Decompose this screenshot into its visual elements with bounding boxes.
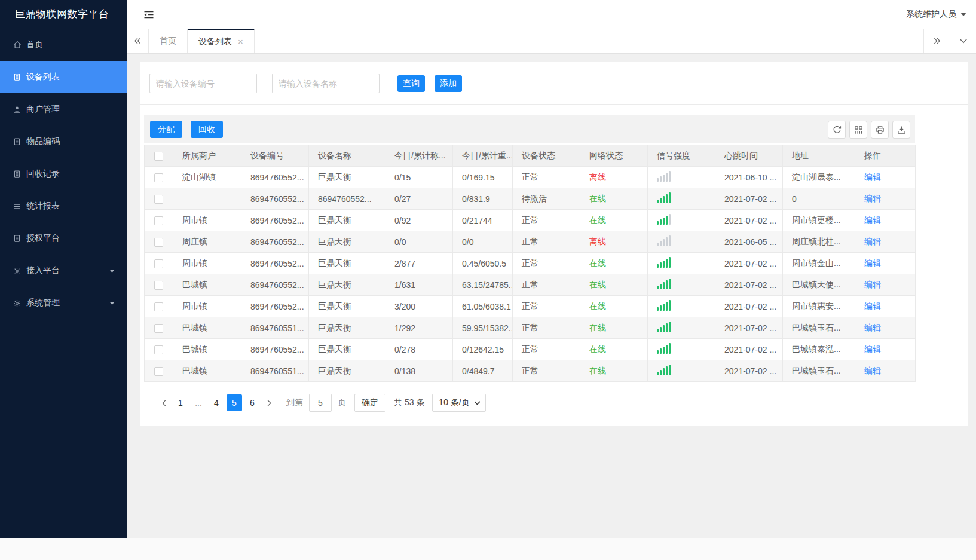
caret-down-icon [109, 302, 115, 305]
sidebar-item-label: 接入平台 [26, 265, 60, 276]
cell-action: 编辑 [855, 210, 916, 231]
cell-today-weight: 0/0 [453, 231, 513, 253]
tabs-scroll-left-icon[interactable] [127, 29, 149, 53]
gear-icon [13, 299, 25, 307]
page-number-1[interactable]: 1 [173, 394, 188, 411]
cell-network-status: 在线 [580, 274, 648, 296]
row-checkbox[interactable] [154, 345, 163, 354]
table-row: 巴城镇8694760551...巨鼎天衡0/1380/4849.7正常在线202… [145, 360, 916, 382]
network-status-text: 在线 [589, 194, 606, 203]
row-checkbox[interactable] [154, 324, 163, 333]
edit-link[interactable]: 编辑 [864, 344, 881, 354]
cell-device-name: 巨鼎天衡 [309, 231, 385, 253]
network-status-text: 离线 [589, 237, 606, 246]
recycle-button[interactable]: 回收 [191, 121, 223, 138]
cell-device-no: 8694760552... [241, 274, 309, 296]
sidebar-item-label: 设备列表 [26, 72, 60, 82]
tabs-menu-icon[interactable] [950, 29, 976, 53]
cell-merchant: 周庄镇 [173, 231, 241, 253]
page-number-4[interactable]: 4 [209, 394, 224, 411]
row-checkbox[interactable] [154, 216, 163, 225]
edit-link[interactable]: 编辑 [864, 366, 881, 375]
cell-network-status: 离线 [580, 231, 648, 253]
cell-today-count: 1/292 [385, 317, 453, 339]
cell-device-status: 正常 [513, 231, 580, 253]
edit-link[interactable]: 编辑 [864, 172, 881, 182]
confirm-button[interactable]: 确定 [354, 394, 385, 412]
sidebar-item-authorization-platform[interactable]: 授权平台 [0, 222, 127, 255]
edit-link[interactable]: 编辑 [864, 215, 881, 225]
doc-icon [13, 73, 25, 81]
cell-today-count: 0/27 [385, 188, 453, 210]
sidebar-item-item-coding[interactable]: 物品编码 [0, 126, 127, 158]
cell-action: 编辑 [855, 296, 916, 317]
refresh-icon[interactable] [828, 121, 846, 139]
cell-today-weight: 0/831.9 [453, 188, 513, 210]
close-icon[interactable]: × [238, 37, 243, 46]
edit-link[interactable]: 编辑 [864, 194, 881, 203]
sidebar-collapse-icon[interactable] [143, 10, 154, 19]
network-status-text: 在线 [589, 323, 606, 332]
device-no-input[interactable] [149, 74, 257, 93]
sidebar-item-access-platform[interactable]: 接入平台 [0, 255, 127, 287]
print-icon[interactable] [871, 121, 889, 139]
row-checkbox[interactable] [154, 367, 163, 376]
export-icon[interactable] [892, 121, 910, 139]
cell-merchant: 周市镇 [173, 253, 241, 274]
row-checkbox[interactable] [154, 173, 163, 182]
query-button[interactable]: 查询 [397, 75, 425, 92]
prev-page-icon[interactable] [156, 394, 172, 411]
cell-address: 巴城镇玉石... [783, 360, 855, 382]
column-header: 设备编号 [241, 145, 309, 167]
edit-link[interactable]: 编辑 [864, 323, 881, 332]
edit-link[interactable]: 编辑 [864, 301, 881, 311]
add-button[interactable]: 添加 [435, 75, 462, 92]
next-page-icon[interactable] [261, 394, 277, 411]
user-menu[interactable]: 系统维护人员 [906, 9, 966, 20]
page-size-select[interactable]: 10 条/页 [432, 394, 485, 412]
row-checkbox[interactable] [154, 238, 163, 247]
row-checkbox[interactable] [154, 259, 163, 268]
page-number-5[interactable]: 5 [227, 394, 242, 411]
cell-address: 巴城镇泰泓... [783, 339, 855, 360]
tab-home[interactable]: 首页 [149, 29, 188, 53]
row-checkbox[interactable] [154, 195, 163, 204]
sidebar-item-device-list[interactable]: 设备列表 [0, 61, 127, 93]
edit-link[interactable]: 编辑 [864, 258, 881, 268]
tab-device-list[interactable]: 设备列表 × [188, 29, 255, 53]
column-header: 今日/累计称... [385, 145, 453, 167]
cell-action: 编辑 [855, 188, 916, 210]
cell-signal [648, 210, 715, 231]
cell-today-weight: 0/12642.15 [453, 339, 513, 360]
column-header: 所属商户 [173, 145, 241, 167]
edit-link[interactable]: 编辑 [864, 237, 881, 246]
cell-device-no: 8694760552... [241, 296, 309, 317]
columns-icon[interactable] [849, 121, 867, 139]
sidebar-item-statistics-report[interactable]: 统计报表 [0, 190, 127, 222]
sidebar-item-label: 物品编码 [26, 136, 60, 147]
sidebar-item-home[interactable]: 首页 [0, 29, 127, 61]
allocate-button[interactable]: 分配 [150, 121, 182, 138]
lines-icon [13, 203, 25, 210]
sidebar-item-recycle-records[interactable]: 回收记录 [0, 158, 127, 190]
device-name-input[interactable] [272, 74, 380, 93]
row-checkbox[interactable] [154, 302, 163, 311]
sidebar: 巨鼎物联网数字平台 首页设备列表商户管理物品编码回收记录统计报表授权平台接入平台… [0, 0, 127, 538]
tabs-scroll-right-icon[interactable] [923, 29, 950, 53]
tab-label: 设备列表 [198, 36, 232, 47]
cell-address: 周市镇金山... [783, 253, 855, 274]
goto-page-input[interactable] [309, 394, 332, 412]
page-number-6[interactable]: 6 [244, 394, 260, 411]
cell-merchant: 淀山湖镇 [173, 167, 241, 188]
cell-action: 编辑 [855, 167, 916, 188]
signal-bars-icon [657, 257, 671, 268]
sidebar-item-merchant-management[interactable]: 商户管理 [0, 93, 127, 126]
signal-bars-icon [657, 171, 671, 182]
row-checkbox[interactable] [154, 281, 163, 290]
sidebar-item-system-management[interactable]: 系统管理 [0, 287, 127, 319]
cell-network-status: 在线 [580, 317, 648, 339]
cell-action: 编辑 [855, 253, 916, 274]
pagination: 1...456 到第 页 确定 共 53 条 10 条/页 [148, 394, 915, 412]
edit-link[interactable]: 编辑 [864, 280, 881, 289]
select-all-checkbox[interactable] [154, 152, 163, 161]
